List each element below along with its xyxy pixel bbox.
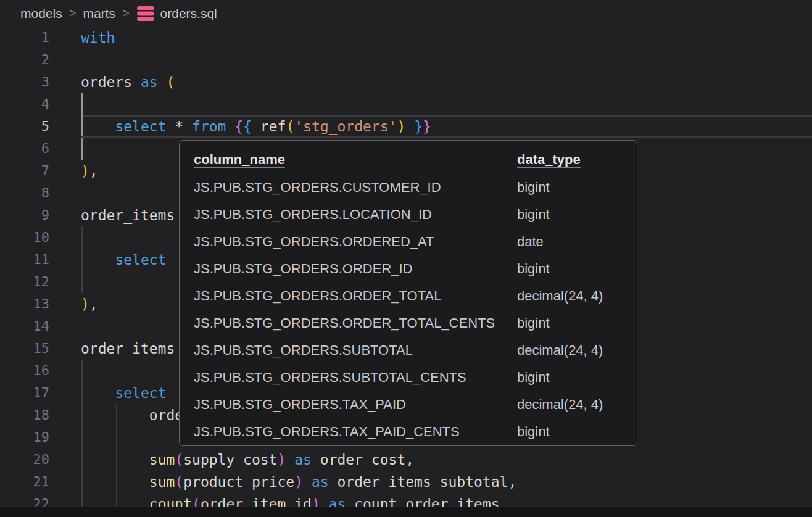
code-token: ref [252, 118, 286, 134]
code-token: order_items [81, 341, 175, 357]
code-line-text: select [81, 249, 166, 271]
code-token: ) [294, 474, 303, 490]
code-token [303, 474, 312, 490]
code-token [81, 385, 115, 401]
code-token: select [115, 252, 166, 268]
code-token: ) [278, 452, 286, 468]
line-number[interactable]: 21 [0, 471, 49, 493]
code-line[interactable]: 21 sum(product_price) as order_items_sub… [0, 471, 812, 493]
code-token: 'stg_orders' [294, 118, 397, 134]
code-line[interactable]: 20 sum(supply_cost) as order_cost, [0, 449, 812, 471]
line-number[interactable]: 9 [0, 204, 49, 226]
code-line[interactable]: 4 [0, 93, 812, 115]
code-line[interactable]: 3orders as ( [0, 71, 812, 93]
column-hover-popup: column_namedata_typeJS.PUB.STG_ORDERS.CU… [179, 140, 637, 446]
code-token: ( [175, 452, 183, 468]
column-name-cell: JS.PUB.STG_ORDERS.SUBTOTAL_CENTS [194, 370, 517, 386]
code-token: } [414, 118, 423, 134]
code-token: ) [81, 163, 89, 179]
line-number[interactable]: 14 [0, 315, 49, 337]
breadcrumb-chevron-icon: > [122, 6, 130, 20]
column-name-cell: JS.PUB.STG_ORDERS.TAX_PAID [194, 397, 517, 413]
code-token: select [115, 385, 166, 401]
column-row: JS.PUB.STG_ORDERS.ORDER_TOTALdecimal(24,… [194, 283, 631, 310]
code-token: with [81, 30, 115, 46]
data-type-cell: bigint [517, 261, 631, 277]
line-number[interactable]: 2 [0, 49, 49, 71]
line-number[interactable]: 17 [0, 382, 49, 404]
line-number[interactable]: 8 [0, 182, 49, 204]
code-token: ( [175, 474, 183, 490]
popup-header-row: column_namedata_type [194, 146, 631, 174]
code-token: ) [81, 296, 89, 312]
line-number[interactable]: 1 [0, 27, 49, 49]
code-token: ( [167, 74, 175, 90]
column-name-cell: JS.PUB.STG_ORDERS.ORDERED_AT [194, 234, 517, 250]
line-number[interactable]: 19 [0, 426, 49, 449]
line-number[interactable]: 4 [0, 93, 49, 115]
breadcrumb-file[interactable]: orders.sql [136, 6, 217, 22]
code-token: product_price [183, 474, 294, 490]
line-number[interactable]: 3 [0, 71, 49, 93]
code-token: order_cost, [312, 452, 414, 468]
line-number[interactable]: 18 [0, 404, 49, 426]
line-number[interactable]: 7 [0, 160, 49, 182]
breadcrumb-item-marts[interactable]: marts [83, 6, 115, 21]
code-token: , [89, 296, 98, 312]
column-row: JS.PUB.STG_ORDERS.ORDER_TOTAL_CENTSbigin… [194, 310, 631, 337]
breadcrumb-file-name: orders.sql [160, 6, 217, 21]
data-type-cell: bigint [517, 207, 631, 223]
code-token [81, 452, 149, 468]
code-token: , [89, 163, 98, 179]
code-line-text: sum(supply_cost) as order_cost, [81, 449, 414, 471]
code-token: select [115, 118, 166, 134]
code-line-text: ), [81, 160, 98, 182]
line-number[interactable]: 13 [0, 293, 49, 315]
breadcrumb: models > marts > orders.sql [0, 0, 812, 27]
code-token: * [166, 118, 192, 134]
breadcrumb-item-models[interactable]: models [20, 6, 62, 21]
line-number[interactable]: 11 [0, 249, 49, 271]
popup-header-data-type: data_type [517, 152, 581, 167]
data-type-cell: decimal(24, 4) [517, 342, 631, 358]
column-name-cell: JS.PUB.STG_ORDERS.TAX_PAID_CENTS [194, 424, 517, 440]
code-token [81, 474, 149, 490]
code-line[interactable]: 2 [0, 49, 812, 71]
code-token [81, 118, 115, 134]
line-number[interactable]: 6 [0, 138, 49, 160]
data-type-cell: decimal(24, 4) [517, 397, 631, 413]
code-line-text: select * from {{ ref('stg_orders') }} [81, 115, 431, 138]
code-token: as [294, 452, 312, 468]
code-line-text: with [81, 27, 115, 49]
indent-guide [81, 271, 83, 293]
code-token: as [312, 474, 329, 490]
code-token [226, 118, 234, 134]
line-number[interactable]: 12 [0, 271, 49, 293]
line-number[interactable]: 10 [0, 226, 49, 249]
code-line-text: order_items [81, 204, 175, 226]
line-number[interactable]: 20 [0, 449, 49, 471]
column-name-cell: JS.PUB.STG_ORDERS.ORDER_TOTAL [194, 288, 517, 304]
column-name-cell: JS.PUB.STG_ORDERS.ORDER_TOTAL_CENTS [194, 315, 517, 331]
indent-guide [81, 226, 83, 249]
data-type-cell: bigint [517, 370, 631, 386]
code-line[interactable]: 1with [0, 27, 812, 49]
line-number[interactable]: 5 [0, 115, 49, 138]
code-token: ( [286, 118, 294, 134]
bottom-panel-edge [0, 507, 812, 517]
data-type-cell: date [517, 234, 631, 250]
line-number[interactable]: 16 [0, 360, 49, 382]
data-type-cell: bigint [517, 424, 631, 440]
code-token [158, 74, 167, 90]
code-line-text: ), [81, 293, 98, 315]
code-token: as [141, 74, 158, 90]
line-number[interactable]: 15 [0, 337, 49, 360]
code-line[interactable]: 5 select * from {{ ref('stg_orders') }} [0, 115, 812, 138]
popup-header-column-name: column_name [194, 152, 285, 167]
code-token [405, 118, 414, 134]
column-name-cell: JS.PUB.STG_ORDERS.ORDER_ID [194, 261, 517, 277]
code-editor-window: models > marts > orders.sql 1with23order… [0, 0, 812, 517]
code-line-text: orders as ( [81, 71, 175, 93]
column-name-cell: JS.PUB.STG_ORDERS.LOCATION_ID [194, 207, 517, 223]
code-token: { [234, 118, 243, 134]
